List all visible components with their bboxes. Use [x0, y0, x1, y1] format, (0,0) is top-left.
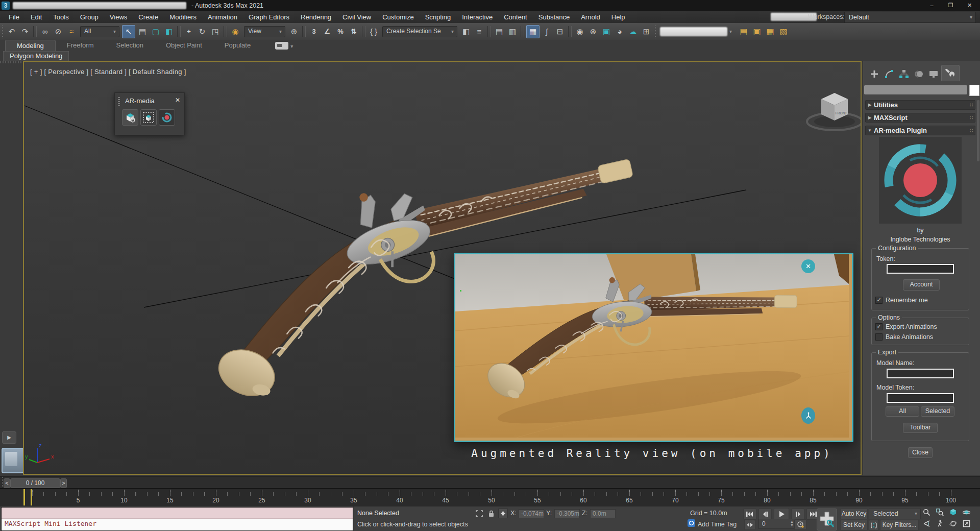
- time-slider-handle[interactable]: 0 / 100: [10, 478, 60, 488]
- walk-through-icon[interactable]: [934, 519, 945, 528]
- ribbon-tab[interactable]: Populate: [213, 40, 262, 51]
- select-and-link-icon[interactable]: ∞: [39, 26, 51, 38]
- ribbon-tab[interactable]: Selection: [105, 40, 155, 51]
- menu-item[interactable]: Animation: [202, 11, 243, 23]
- menu-item[interactable]: Substance: [533, 11, 575, 23]
- selection-set-dropdown[interactable]: Selected ▾: [869, 509, 921, 519]
- y-value-field[interactable]: -0.305m: [554, 509, 580, 518]
- menu-item[interactable]: Graph Editors: [243, 11, 295, 23]
- select-and-move-icon[interactable]: +: [183, 26, 195, 38]
- orbit-icon[interactable]: [961, 508, 972, 517]
- separator[interactable]: [33, 26, 37, 37]
- account-button[interactable]: Account: [903, 279, 940, 291]
- armedia-floating-toolbar[interactable]: AR-media ✕: [114, 92, 185, 135]
- armedia-plugin-panel-button[interactable]: [159, 109, 175, 126]
- select-object-icon[interactable]: ↖: [122, 25, 135, 38]
- absolute-offset-toggle-icon[interactable]: [498, 509, 508, 518]
- viewport-label[interactable]: [ + ] [ Perspective ] [ Standard ] [ Def…: [30, 68, 186, 76]
- separator[interactable]: [521, 26, 524, 37]
- spinner-arrows-icon[interactable]: ▲▼: [790, 520, 794, 527]
- flyout-arrow-button[interactable]: ▶: [2, 431, 16, 444]
- manage-scene-states-icon[interactable]: ▤: [738, 26, 750, 38]
- bake-animations-row[interactable]: Bake Animations: [875, 333, 933, 341]
- workspaces-dropdown[interactable]: Default ▾: [844, 12, 976, 23]
- menu-item[interactable]: File: [3, 11, 25, 23]
- select-and-rotate-icon[interactable]: ↻: [196, 26, 208, 38]
- separator[interactable]: [487, 26, 491, 37]
- separator[interactable]: [568, 26, 572, 37]
- keyable-icons-button[interactable]: [869, 520, 879, 530]
- select-and-scale-icon[interactable]: ◳: [209, 26, 222, 38]
- model-token-input[interactable]: [887, 393, 954, 403]
- timeline-ruler[interactable]: 5101520253035404550556065707580859095100: [0, 488, 980, 507]
- render-setup-icon[interactable]: ⊛: [587, 26, 599, 38]
- reference-coordinate-dropdown[interactable]: View▾: [244, 26, 285, 37]
- minimize-button[interactable]: –: [922, 0, 941, 11]
- redo-icon[interactable]: ↷: [19, 26, 31, 38]
- set-key-button[interactable]: Set Key: [840, 520, 868, 530]
- polygon-modeling-tab[interactable]: Polygon Modeling: [3, 51, 69, 61]
- create-selection-set-dropdown[interactable]: Create Selection Se▾: [382, 26, 457, 37]
- checkbox-unchecked-icon[interactable]: [875, 333, 883, 341]
- export-selected-button[interactable]: Selected: [921, 406, 954, 417]
- panel-scrollbar[interactable]: [977, 100, 979, 161]
- bind-to-space-warp-icon[interactable]: ≈: [65, 26, 78, 38]
- set-keys-button[interactable]: [817, 509, 837, 530]
- curve-editor-icon[interactable]: ∫: [541, 26, 553, 38]
- rollout-header[interactable]: ▶ MAXScript ∷: [865, 113, 975, 123]
- menu-item[interactable]: Tools: [47, 11, 74, 23]
- separator[interactable]: [302, 26, 306, 37]
- modify-tab[interactable]: [882, 67, 896, 81]
- menu-item[interactable]: Create: [133, 11, 164, 23]
- zoom-all-icon[interactable]: [934, 508, 945, 517]
- separator[interactable]: [224, 26, 227, 37]
- menu-item[interactable]: Content: [498, 11, 533, 23]
- search-blur-field[interactable]: [660, 27, 727, 36]
- select-by-name-icon[interactable]: ▤: [136, 26, 149, 38]
- toolbar-button[interactable]: Toolbar: [903, 423, 938, 433]
- rendered-frame-window-icon[interactable]: ▣: [600, 26, 612, 38]
- key-mode-toggle[interactable]: [744, 520, 755, 530]
- time-tag-icon[interactable]: [688, 519, 695, 527]
- drag-handle[interactable]: [118, 97, 120, 106]
- toolbar-grip[interactable]: [654, 25, 657, 38]
- ribbon-tab[interactable]: Modeling: [5, 40, 56, 51]
- time-configuration-button[interactable]: [794, 519, 806, 530]
- zoom-icon[interactable]: [921, 508, 932, 517]
- motion-tab[interactable]: [912, 67, 926, 81]
- menu-item[interactable]: Edit: [25, 11, 47, 23]
- z-value-field[interactable]: 0.0m: [590, 509, 616, 518]
- utilities-tab[interactable]: [941, 65, 960, 81]
- view-cube[interactable]: FRONT: [807, 93, 861, 130]
- maximize-button[interactable]: ❐: [941, 0, 960, 11]
- selection-lock-icon[interactable]: [486, 509, 496, 518]
- rollout-header[interactable]: ▼ AR-media Plugin ∷: [865, 126, 975, 135]
- rectangular-selection-region-icon[interactable]: ▢: [150, 26, 162, 38]
- snaps-toggle-icon[interactable]: 3: [308, 26, 320, 38]
- field-of-view-icon[interactable]: [921, 519, 932, 528]
- token-input[interactable]: [887, 264, 954, 274]
- schematic-view-icon[interactable]: ⊟: [554, 26, 566, 38]
- asset-library-icon[interactable]: ⊞: [640, 26, 652, 38]
- export-all-button[interactable]: All: [886, 406, 919, 417]
- percent-snap-icon[interactable]: %: [334, 26, 347, 38]
- go-to-start-button[interactable]: [743, 509, 756, 520]
- checkbox-checked-icon[interactable]: ✓: [875, 297, 883, 304]
- ar-tracking-icon[interactable]: [801, 407, 815, 424]
- angle-snap-icon[interactable]: ∠: [321, 26, 333, 38]
- key-filters-button[interactable]: Key Filters...: [880, 520, 919, 530]
- menu-item[interactable]: Views: [104, 11, 133, 23]
- toolbar-grip[interactable]: [1, 25, 4, 38]
- menu-item[interactable]: Arnold: [575, 11, 606, 23]
- current-frame-marker[interactable]: [23, 489, 32, 505]
- menu-item[interactable]: Civil View: [337, 11, 377, 23]
- close-button[interactable]: ✕: [960, 0, 979, 11]
- isolate-selection-icon[interactable]: [475, 509, 484, 518]
- zoom-extents-icon[interactable]: [947, 508, 959, 517]
- ribbon-tab[interactable]: Object Paint: [155, 40, 213, 51]
- listener-text[interactable]: MAXScript Mini Listener: [2, 519, 353, 531]
- add-time-tag[interactable]: Add Time Tag: [698, 521, 737, 528]
- toggle-layer-explorer-icon[interactable]: ▥: [506, 26, 519, 38]
- hierarchy-tab[interactable]: [897, 67, 911, 81]
- render-in-cloud-icon[interactable]: ☁: [627, 26, 639, 38]
